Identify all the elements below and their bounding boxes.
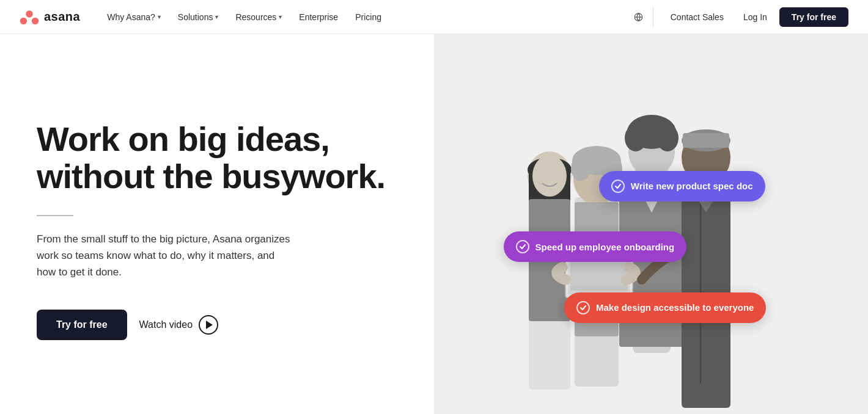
nav-enterprise[interactable]: Enterprise — [292, 9, 345, 26]
globe-icon[interactable] — [634, 7, 653, 27]
svg-point-16 — [532, 155, 567, 197]
nav-why-asana[interactable]: Why Asana? ▾ — [100, 9, 168, 26]
task-badge-3: Make design accessible to everyone — [564, 292, 766, 323]
check-icon-2 — [516, 240, 529, 253]
svg-rect-30 — [683, 133, 729, 148]
chevron-down-icon: ▾ — [158, 13, 161, 20]
contact-sales-link[interactable]: Contact Sales — [663, 9, 731, 26]
nav-links: Why Asana? ▾ Solutions ▾ Resources ▾ Ent… — [100, 9, 634, 26]
check-icon-3 — [576, 301, 590, 314]
play-circle-icon — [199, 315, 218, 335]
nav-pricing[interactable]: Pricing — [348, 9, 389, 26]
task-badge-1: Write new product spec doc — [599, 171, 765, 202]
hero-description: From the small stuff to the big picture,… — [37, 231, 293, 281]
logo-link[interactable]: asana — [20, 9, 80, 26]
svg-point-21 — [571, 156, 590, 181]
hero-title: Work on big ideas, without the busywork. — [37, 120, 397, 195]
check-svg-2 — [519, 243, 526, 250]
check-icon-1 — [611, 180, 625, 193]
hero-people-illustration — [468, 35, 834, 414]
nav-solutions[interactable]: Solutions ▾ — [171, 9, 226, 26]
hero-left: Work on big ideas, without the busywork.… — [0, 34, 434, 414]
globe-svg — [634, 11, 643, 23]
navbar: asana Why Asana? ▾ Solutions ▾ Resources… — [0, 0, 868, 34]
check-svg-1 — [614, 183, 622, 190]
hero-actions: Try for free Watch video — [37, 310, 397, 340]
svg-rect-26 — [570, 260, 628, 291]
hero-section: Work on big ideas, without the busywork.… — [0, 34, 868, 414]
login-link[interactable]: Log In — [736, 9, 774, 26]
nav-resources[interactable]: Resources ▾ — [228, 9, 289, 26]
chevron-down-icon: ▾ — [279, 13, 282, 20]
nav-try-free-button[interactable]: Try for free — [779, 7, 848, 27]
hero-right: Write new product spec doc Speed up empl… — [434, 34, 868, 414]
try-free-button[interactable]: Try for free — [37, 310, 127, 340]
task-badge-2: Speed up employee onboarding — [504, 231, 687, 262]
nav-right: Contact Sales Log In Try for free — [634, 7, 848, 27]
watch-video-button[interactable]: Watch video — [139, 315, 218, 335]
svg-point-0 — [26, 10, 32, 17]
svg-point-8 — [625, 125, 647, 151]
chevron-down-icon: ▾ — [215, 13, 218, 20]
svg-point-1 — [20, 17, 27, 24]
svg-point-9 — [657, 125, 679, 151]
check-svg-3 — [579, 304, 587, 311]
hero-divider — [37, 215, 73, 216]
svg-point-2 — [32, 17, 39, 24]
logo-text: asana — [44, 10, 80, 24]
asana-logo-icon — [20, 9, 39, 26]
play-triangle-icon — [206, 321, 213, 329]
